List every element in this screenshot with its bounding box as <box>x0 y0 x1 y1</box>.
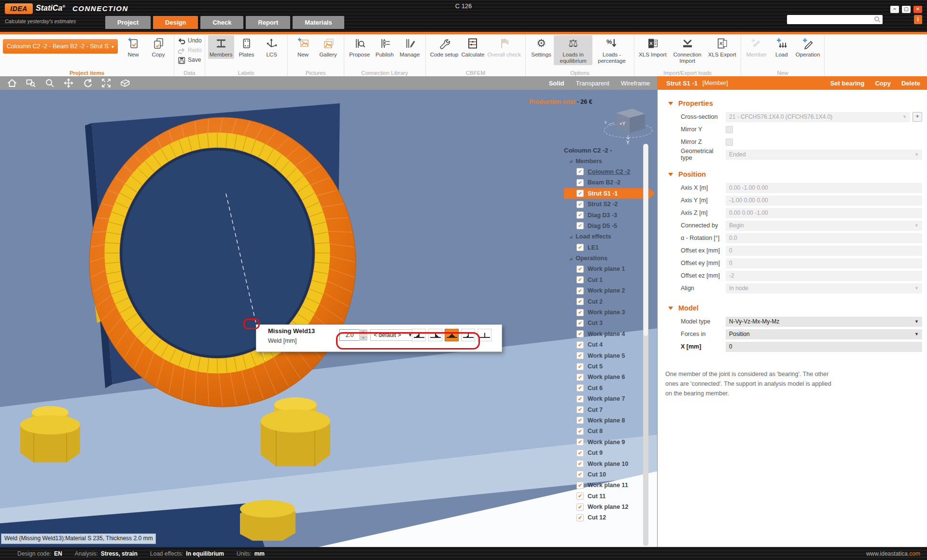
tree-item-cut-12[interactable]: ✔Cut 12 <box>564 512 647 523</box>
new-button[interactable]: New <box>291 35 316 59</box>
checkbox-icon[interactable]: ✔ <box>576 179 584 186</box>
checkbox-icon[interactable]: ✔ <box>576 309 584 316</box>
checkbox-icon[interactable]: ✔ <box>576 287 584 294</box>
xls-export-button[interactable]: XXLS Export <box>707 35 738 59</box>
project-items-dropdown[interactable]: Coloumn C2 -2 - Beam B2 -2 - Strut S1 -1… <box>3 39 118 54</box>
add-cross-section-button[interactable]: + <box>913 112 922 122</box>
calculate-button[interactable]: Calculate <box>460 35 486 59</box>
tree-item-diag-d3-3[interactable]: ✔Diag D3 -3 <box>564 210 647 220</box>
checkbox-icon[interactable]: ✔ <box>576 428 584 435</box>
section-header-properties[interactable]: Properties <box>658 96 927 111</box>
tree-item-cut-6[interactable]: ✔Cut 6 <box>564 383 647 393</box>
tree-item-work-plane-10[interactable]: ✔Work plane 10 <box>564 458 647 469</box>
undo-button[interactable]: Undo <box>177 36 202 45</box>
checkbox-icon[interactable]: ✔ <box>576 211 584 219</box>
tree-item-work-plane-2[interactable]: ✔Work plane 2 <box>564 285 647 296</box>
checkbox-icon[interactable]: ✔ <box>576 276 584 283</box>
checkbox-icon[interactable]: ✔ <box>576 482 584 489</box>
tree-item-cut-11[interactable]: ✔Cut 11 <box>564 491 647 502</box>
tree-item-work-plane-8[interactable]: ✔Work plane 8 <box>564 415 647 426</box>
tree-item-cut-10[interactable]: ✔Cut 10 <box>564 469 647 480</box>
checkbox-mirror-z[interactable] <box>726 139 733 146</box>
zoom-window-icon[interactable] <box>26 78 36 88</box>
maximize-button[interactable]: ▢ <box>902 6 911 13</box>
checkbox-icon[interactable]: ✔ <box>576 190 584 197</box>
checkbox-icon[interactable]: ✔ <box>576 374 584 381</box>
checkbox-icon[interactable]: ✔ <box>576 504 584 511</box>
tree-item-cut-7[interactable]: ✔Cut 7 <box>564 404 647 415</box>
checkbox-icon[interactable]: ✔ <box>576 363 584 370</box>
pan-icon[interactable] <box>63 78 74 88</box>
section-header-model[interactable]: Model <box>658 301 927 315</box>
tree-item-cut-2[interactable]: ✔Cut 2 <box>564 296 647 307</box>
tree-item-cut-3[interactable]: ✔Cut 3 <box>564 318 647 328</box>
view-mode-transparent[interactable]: Transparent <box>576 80 609 87</box>
checkbox-icon[interactable]: ✔ <box>576 298 584 305</box>
info-button[interactable]: i <box>914 15 922 24</box>
checkbox-icon[interactable]: ✔ <box>576 471 584 478</box>
members-button[interactable]: Members <box>208 35 234 59</box>
tree-section-operations[interactable]: ◢Operations <box>564 253 647 264</box>
3d-viewport[interactable]: Production cost - 26 € +Y x Y Coloumn C2… <box>0 90 658 547</box>
minimize-button[interactable]: – <box>890 6 899 13</box>
checkbox-icon[interactable]: ✔ <box>576 330 584 337</box>
plates-button[interactable]: Plates <box>234 35 259 59</box>
save-button[interactable]: Save <box>177 56 202 65</box>
checkbox-icon[interactable]: ✔ <box>576 168 584 175</box>
copy-button[interactable]: Copy <box>875 80 891 87</box>
publish-button[interactable]: Publish <box>372 35 397 59</box>
load-button[interactable]: Load <box>769 35 794 59</box>
propose-button[interactable]: Propose <box>347 35 372 59</box>
xls-import-button[interactable]: XXLS Import <box>637 35 668 59</box>
section-header-position[interactable]: Position <box>658 167 927 182</box>
loads-in-equilibrium-button[interactable]: ⚖Loads in equilibrium <box>554 35 592 65</box>
checkbox-mirror-y[interactable] <box>726 126 733 133</box>
tree-section-members[interactable]: ◢Members <box>564 155 647 166</box>
checkbox-icon[interactable]: ✔ <box>576 438 584 446</box>
tree-expander-icon[interactable]: ◢ <box>569 159 572 163</box>
code-setup-button[interactable]: Code setup <box>429 35 460 59</box>
zoom-icon[interactable] <box>44 78 55 88</box>
solid-view-icon[interactable] <box>120 78 130 88</box>
checkbox-icon[interactable]: ✔ <box>576 244 584 251</box>
tree-item-coloumn-c2-2[interactable]: ✔Coloumn C2 -2 <box>564 167 647 177</box>
rotate-icon[interactable] <box>82 78 93 88</box>
settings-button[interactable]: ⚙Settings <box>529 35 554 59</box>
operation-button[interactable]: Operation <box>794 35 822 59</box>
checkbox-icon[interactable]: ✔ <box>576 222 584 229</box>
tree-item-work-plane-12[interactable]: ✔Work plane 12 <box>564 502 647 512</box>
tree-item-strut-s2-2[interactable]: ✔Strut S2 -2 <box>564 199 647 210</box>
checkbox-icon[interactable]: ✔ <box>576 341 584 349</box>
tree-expander-icon[interactable]: ◢ <box>569 256 572 261</box>
checkbox-icon[interactable]: ✔ <box>576 201 584 208</box>
view-mode-solid[interactable]: Solid <box>549 80 564 87</box>
tree-scrollbar[interactable] <box>643 144 648 546</box>
checkbox-icon[interactable]: ✔ <box>576 514 584 521</box>
tab-design[interactable]: Design <box>153 16 198 29</box>
checkbox-icon[interactable]: ✔ <box>576 492 584 500</box>
tree-item-cut-9[interactable]: ✔Cut 9 <box>564 448 647 458</box>
checkbox-icon[interactable]: ✔ <box>576 384 584 392</box>
tree-item-cut-1[interactable]: ✔Cut 1 <box>564 275 647 285</box>
close-button[interactable]: ✕ <box>913 6 922 13</box>
tab-project[interactable]: Project <box>105 16 151 29</box>
tab-materials[interactable]: Materials <box>293 16 344 29</box>
tab-check[interactable]: Check <box>200 16 243 29</box>
tree-item-beam-b2-2[interactable]: ✔Beam B2 -2 <box>564 177 647 188</box>
tree-item-diag-d5-5[interactable]: ✔Diag D5 -5 <box>564 221 647 231</box>
tree-section-load-effects[interactable]: ◢Load effects <box>564 231 647 242</box>
loads-percentage-button[interactable]: %Loads - percentage <box>592 35 631 65</box>
tree-item-work-plane-3[interactable]: ✔Work plane 3 <box>564 307 647 318</box>
tree-item-work-plane-4[interactable]: ✔Work plane 4 <box>564 329 647 339</box>
tree-item-work-plane-1[interactable]: ✔Work plane 1 <box>564 264 647 274</box>
checkbox-icon[interactable]: ✔ <box>576 266 584 273</box>
forces-in-field[interactable]: Position▼ <box>726 329 922 339</box>
connection-import-button[interactable]: Connection Import <box>668 35 707 65</box>
tree-item-work-plane-6[interactable]: ✔Work plane 6 <box>564 372 647 382</box>
tree-expander-icon[interactable]: ◢ <box>569 235 572 239</box>
tree-item-work-plane-11[interactable]: ✔Work plane 11 <box>564 480 647 490</box>
tree-item-strut-s1-1[interactable]: ✔Strut S1 -1 <box>564 188 655 199</box>
model-type-field[interactable]: N-Vy-Vz-Mx-My-Mz▼ <box>726 317 922 327</box>
checkbox-icon[interactable]: ✔ <box>576 395 584 403</box>
tree-item-le1[interactable]: ✔LE1 <box>564 242 647 253</box>
